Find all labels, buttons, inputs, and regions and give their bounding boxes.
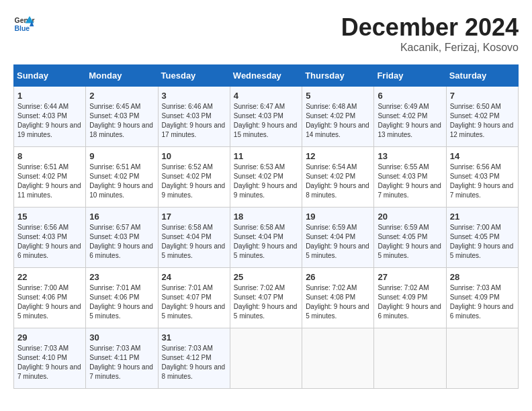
day-info: Sunrise: 6:57 AMSunset: 4:03 PMDaylight:… [89,224,153,259]
day-info: Sunrise: 7:03 AMSunset: 4:09 PMDaylight:… [450,284,514,320]
header-cell-thursday: Thursday [302,65,374,87]
day-number: 27 [378,272,442,282]
day-info: Sunrise: 7:03 AMSunset: 4:10 PMDaylight:… [17,345,81,380]
day-number: 24 [162,272,226,282]
day-info: Sunrise: 6:50 AMSunset: 4:02 PMDaylight:… [450,103,514,138]
day-cell: 18 Sunrise: 6:58 AMSunset: 4:04 PMDaylig… [230,208,302,268]
day-cell: 12 Sunrise: 6:54 AMSunset: 4:02 PMDaylig… [302,147,374,208]
header-cell-monday: Monday [86,65,158,87]
day-number: 6 [378,91,442,101]
day-cell: 28 Sunrise: 7:03 AMSunset: 4:09 PMDaylig… [446,268,518,328]
day-cell: 7 Sunrise: 6:50 AMSunset: 4:02 PMDayligh… [446,87,518,147]
day-cell: 31 Sunrise: 7:03 AMSunset: 4:12 PMDaylig… [158,328,230,389]
header-row: SundayMondayTuesdayWednesdayThursdayFrid… [14,65,519,87]
day-info: Sunrise: 6:47 AMSunset: 4:03 PMDaylight:… [234,103,298,138]
day-number: 20 [378,212,442,222]
day-number: 22 [17,272,82,282]
logo-icon: General Blue [13,13,35,35]
day-info: Sunrise: 6:58 AMSunset: 4:04 PMDaylight:… [234,224,298,259]
day-info: Sunrise: 6:53 AMSunset: 4:02 PMDaylight:… [234,163,298,199]
day-number: 15 [17,212,82,222]
header-cell-wednesday: Wednesday [230,65,302,87]
day-number: 19 [306,212,370,222]
day-number: 21 [450,212,515,222]
day-info: Sunrise: 6:56 AMSunset: 4:03 PMDaylight:… [450,163,514,199]
day-number: 11 [234,151,298,161]
day-cell: 30 Sunrise: 7:03 AMSunset: 4:11 PMDaylig… [86,328,158,389]
day-number: 9 [89,151,154,161]
day-number: 3 [162,91,226,101]
day-cell [230,328,302,389]
day-info: Sunrise: 6:46 AMSunset: 4:03 PMDaylight:… [162,103,226,138]
day-cell: 19 Sunrise: 6:59 AMSunset: 4:04 PMDaylig… [302,208,374,268]
day-info: Sunrise: 7:02 AMSunset: 4:08 PMDaylight:… [306,284,369,320]
day-info: Sunrise: 6:54 AMSunset: 4:02 PMDaylight:… [306,163,369,199]
day-info: Sunrise: 6:55 AMSunset: 4:03 PMDaylight:… [378,163,441,199]
day-cell: 24 Sunrise: 7:01 AMSunset: 4:07 PMDaylig… [158,268,230,328]
title-block: December 2024 Kacanik, Ferizaj, Kosovo [341,13,519,54]
day-cell: 14 Sunrise: 6:56 AMSunset: 4:03 PMDaylig… [446,147,518,208]
day-info: Sunrise: 7:01 AMSunset: 4:07 PMDaylight:… [162,284,226,320]
day-cell: 20 Sunrise: 6:59 AMSunset: 4:05 PMDaylig… [374,208,446,268]
day-cell: 17 Sunrise: 6:58 AMSunset: 4:04 PMDaylig… [158,208,230,268]
day-info: Sunrise: 6:48 AMSunset: 4:02 PMDaylight:… [306,103,369,138]
day-info: Sunrise: 7:00 AMSunset: 4:05 PMDaylight:… [450,224,514,259]
day-number: 4 [234,91,298,101]
day-number: 23 [89,272,154,282]
day-cell: 25 Sunrise: 7:02 AMSunset: 4:07 PMDaylig… [230,268,302,328]
day-number: 14 [450,151,515,161]
day-cell [302,328,374,389]
day-info: Sunrise: 6:59 AMSunset: 4:04 PMDaylight:… [306,224,369,259]
day-info: Sunrise: 6:59 AMSunset: 4:05 PMDaylight:… [378,224,441,259]
day-number: 30 [89,332,154,342]
day-number: 16 [89,212,154,222]
day-number: 12 [306,151,370,161]
day-cell: 9 Sunrise: 6:51 AMSunset: 4:02 PMDayligh… [86,147,158,208]
day-info: Sunrise: 6:58 AMSunset: 4:04 PMDaylight:… [162,224,226,259]
header-cell-tuesday: Tuesday [158,65,230,87]
day-cell: 6 Sunrise: 6:49 AMSunset: 4:02 PMDayligh… [374,87,446,147]
calendar-title: December 2024 [341,13,519,42]
page-header: General Blue December 2024 Kacanik, Feri… [13,13,519,54]
week-row-3: 15 Sunrise: 6:56 AMSunset: 4:03 PMDaylig… [14,208,519,268]
day-cell: 15 Sunrise: 6:56 AMSunset: 4:03 PMDaylig… [14,208,86,268]
day-cell: 13 Sunrise: 6:55 AMSunset: 4:03 PMDaylig… [374,147,446,208]
day-cell: 4 Sunrise: 6:47 AMSunset: 4:03 PMDayligh… [230,87,302,147]
day-info: Sunrise: 7:02 AMSunset: 4:07 PMDaylight:… [234,284,298,320]
day-info: Sunrise: 6:52 AMSunset: 4:02 PMDaylight:… [162,163,226,199]
day-cell: 29 Sunrise: 7:03 AMSunset: 4:10 PMDaylig… [14,328,86,389]
day-number: 29 [17,332,82,342]
day-number: 17 [162,212,226,222]
header-cell-sunday: Sunday [14,65,86,87]
day-info: Sunrise: 6:51 AMSunset: 4:02 PMDaylight:… [89,163,153,199]
header-cell-saturday: Saturday [446,65,518,87]
day-info: Sunrise: 7:00 AMSunset: 4:06 PMDaylight:… [17,284,81,320]
day-info: Sunrise: 7:01 AMSunset: 4:06 PMDaylight:… [89,284,153,320]
day-number: 28 [450,272,515,282]
day-info: Sunrise: 6:49 AMSunset: 4:02 PMDaylight:… [378,103,441,138]
week-row-2: 8 Sunrise: 6:51 AMSunset: 4:02 PMDayligh… [14,147,519,208]
day-cell: 11 Sunrise: 6:53 AMSunset: 4:02 PMDaylig… [230,147,302,208]
week-row-5: 29 Sunrise: 7:03 AMSunset: 4:10 PMDaylig… [14,328,519,389]
day-info: Sunrise: 7:03 AMSunset: 4:11 PMDaylight:… [89,345,153,380]
day-cell: 21 Sunrise: 7:00 AMSunset: 4:05 PMDaylig… [446,208,518,268]
day-cell: 23 Sunrise: 7:01 AMSunset: 4:06 PMDaylig… [86,268,158,328]
day-cell: 5 Sunrise: 6:48 AMSunset: 4:02 PMDayligh… [302,87,374,147]
day-cell: 2 Sunrise: 6:45 AMSunset: 4:03 PMDayligh… [86,87,158,147]
day-number: 1 [17,91,82,101]
day-cell: 16 Sunrise: 6:57 AMSunset: 4:03 PMDaylig… [86,208,158,268]
day-number: 5 [306,91,370,101]
week-row-4: 22 Sunrise: 7:00 AMSunset: 4:06 PMDaylig… [14,268,519,328]
day-cell [374,328,446,389]
day-info: Sunrise: 6:44 AMSunset: 4:03 PMDaylight:… [17,103,81,138]
day-cell: 3 Sunrise: 6:46 AMSunset: 4:03 PMDayligh… [158,87,230,147]
svg-text:Blue: Blue [15,25,30,32]
calendar-subtitle: Kacanik, Ferizaj, Kosovo [341,42,519,54]
calendar-table: SundayMondayTuesdayWednesdayThursdayFrid… [13,64,519,389]
day-cell: 8 Sunrise: 6:51 AMSunset: 4:02 PMDayligh… [14,147,86,208]
week-row-1: 1 Sunrise: 6:44 AMSunset: 4:03 PMDayligh… [14,87,519,147]
day-info: Sunrise: 6:56 AMSunset: 4:03 PMDaylight:… [17,224,81,259]
day-number: 25 [234,272,298,282]
day-number: 10 [162,151,226,161]
day-number: 18 [234,212,298,222]
